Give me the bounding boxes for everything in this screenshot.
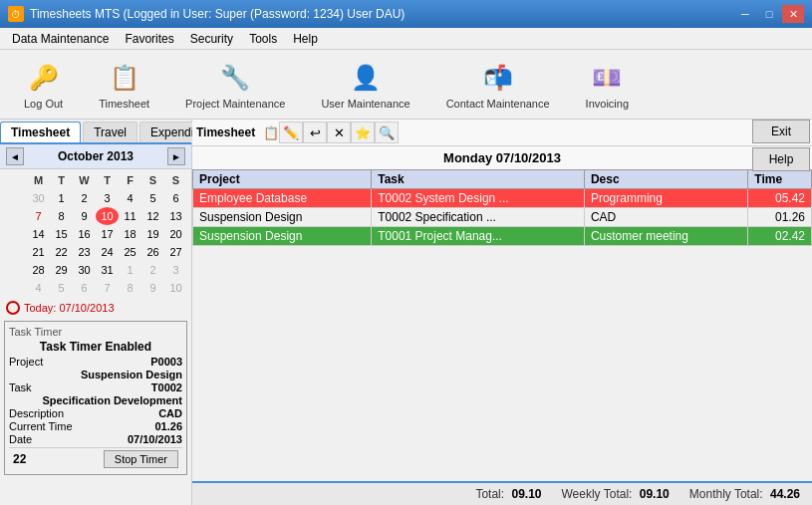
timesheet-label: Timesheet [99, 98, 149, 110]
timesheet-toolbar-btn[interactable]: 📋 Timesheet [91, 56, 157, 114]
menu-help[interactable]: Help [285, 30, 326, 48]
cal-day[interactable]: 25 [119, 243, 141, 261]
cell-project: Employee Database [193, 189, 372, 208]
cal-day[interactable]: 30 [73, 261, 96, 279]
close-button[interactable]: ✕ [782, 5, 804, 23]
cal-day[interactable]: 6 [164, 189, 187, 207]
user-maintenance-toolbar-btn[interactable]: 👤 User Maintenance [313, 56, 417, 114]
cal-day[interactable]: 21 [27, 243, 50, 261]
side-buttons: Exit Help [752, 120, 810, 171]
cal-day[interactable]: 12 [141, 207, 164, 225]
calendar-next-btn[interactable]: ► [167, 147, 185, 165]
table-row[interactable]: Suspension DesignT0001 Project Manag...C… [193, 227, 812, 246]
today-label: Today: 07/10/2013 [0, 299, 191, 317]
calendar-prev-btn[interactable]: ◄ [6, 147, 24, 165]
ts-filter-btn[interactable]: 🔍 [375, 122, 399, 143]
logout-toolbar-btn[interactable]: 🔑 Log Out [16, 56, 71, 114]
weekly-total-value: 09.10 [640, 487, 670, 501]
cal-day[interactable]: 4 [27, 279, 50, 297]
cal-day[interactable]: 28 [27, 261, 50, 279]
cal-day[interactable]: 14 [27, 225, 50, 243]
cal-day[interactable]: 20 [164, 225, 187, 243]
cal-day[interactable]: 9 [73, 207, 96, 225]
timesheet-icon: 📋 [107, 60, 142, 96]
tab-timesheet[interactable]: Timesheet [0, 122, 81, 142]
cal-day[interactable]: 19 [141, 225, 164, 243]
cal-day[interactable]: 1 [119, 261, 141, 279]
task-code: T0002 [151, 381, 182, 393]
table-row[interactable]: Employee DatabaseT0002 System Design ...… [193, 189, 812, 208]
project-label: Project [9, 356, 43, 368]
monthly-total-item: Monthly Total: 44.26 [689, 487, 800, 501]
user-maintenance-icon: 👤 [348, 60, 384, 96]
project-name-row: Suspension Design [9, 369, 182, 380]
cal-day[interactable]: 7 [96, 279, 119, 297]
cell-project: Suspension Design [193, 208, 372, 227]
stop-timer-button[interactable]: Stop Timer [104, 450, 178, 468]
cal-day[interactable]: 10 [96, 207, 119, 225]
cell-time: 02.42 [748, 227, 812, 246]
ts-edit-btn[interactable]: ✏️ [279, 122, 303, 143]
maximize-button[interactable]: □ [758, 5, 780, 23]
cell-task: T0002 System Design ... [372, 189, 585, 208]
cal-day[interactable]: 30 [27, 189, 50, 207]
cal-day[interactable]: 3 [96, 189, 119, 207]
cal-day[interactable]: 18 [119, 225, 141, 243]
cal-day[interactable]: 7 [27, 207, 50, 225]
tab-travel[interactable]: Travel [83, 122, 137, 142]
minimize-button[interactable]: ─ [734, 5, 756, 23]
cal-week-num [4, 261, 27, 279]
cal-day[interactable]: 24 [96, 243, 119, 261]
timer-number: 22 [13, 452, 26, 466]
ts-refresh-btn[interactable]: ↩ [303, 122, 327, 143]
total-value: 09.10 [511, 487, 541, 501]
table-row[interactable]: Suspension DesignT0002 Specification ...… [193, 208, 812, 227]
total-item: Total: 09.10 [475, 487, 541, 501]
cell-time: 01.26 [748, 208, 812, 227]
cal-day[interactable]: 8 [50, 207, 73, 225]
menu-data-maintenance[interactable]: Data Maintenance [4, 30, 117, 48]
cal-day[interactable]: 31 [96, 261, 119, 279]
cal-day[interactable]: 10 [164, 279, 187, 297]
cal-day[interactable]: 16 [73, 225, 96, 243]
project-row: Project P0003 [9, 356, 182, 368]
invoicing-toolbar-btn[interactable]: 💷 Invoicing [578, 56, 637, 114]
calendar-nav: ◄ October 2013 ► [0, 144, 191, 169]
ts-star-btn[interactable]: ⭐ [351, 122, 375, 143]
cal-day[interactable]: 2 [141, 261, 164, 279]
help-button[interactable]: Help [752, 147, 810, 171]
exit-button[interactable]: Exit [752, 120, 810, 143]
cal-day[interactable]: 5 [141, 189, 164, 207]
cal-day[interactable]: 5 [50, 279, 73, 297]
cal-day[interactable]: 15 [50, 225, 73, 243]
cell-desc: CAD [584, 208, 747, 227]
description-row: Description CAD [9, 407, 182, 419]
cal-day[interactable]: 17 [96, 225, 119, 243]
cal-day[interactable]: 23 [73, 243, 96, 261]
project-code: P0003 [150, 356, 182, 368]
cal-day[interactable]: 22 [50, 243, 73, 261]
task-name: Specification Development [42, 394, 182, 406]
cal-day[interactable]: 4 [119, 189, 141, 207]
cal-day[interactable]: 13 [164, 207, 187, 225]
contact-maintenance-toolbar-btn[interactable]: 📬 Contact Maintenance [438, 56, 558, 114]
cal-day[interactable]: 1 [50, 189, 73, 207]
cal-day[interactable]: 27 [164, 243, 187, 261]
cal-day[interactable]: 9 [141, 279, 164, 297]
cal-day[interactable]: 26 [141, 243, 164, 261]
menu-security[interactable]: Security [182, 30, 241, 48]
ts-delete-btn[interactable]: ✕ [327, 122, 351, 143]
cal-day[interactable]: 2 [73, 189, 96, 207]
toolbar: 🔑 Log Out 📋 Timesheet 🔧 Project Maintena… [0, 50, 812, 120]
task-timer-title: Task Timer [9, 326, 182, 338]
task-label: Task [9, 381, 32, 393]
cal-day[interactable]: 8 [119, 279, 141, 297]
cal-day[interactable]: 11 [119, 207, 141, 225]
cal-day[interactable]: 3 [164, 261, 187, 279]
menu-favorites[interactable]: Favorites [117, 30, 181, 48]
cal-day[interactable]: 6 [73, 279, 96, 297]
cal-day[interactable]: 29 [50, 261, 73, 279]
project-maintenance-toolbar-btn[interactable]: 🔧 Project Maintenance [177, 56, 293, 114]
menu-tools[interactable]: Tools [241, 30, 285, 48]
weekly-total-label: Weekly Total: [562, 487, 633, 501]
